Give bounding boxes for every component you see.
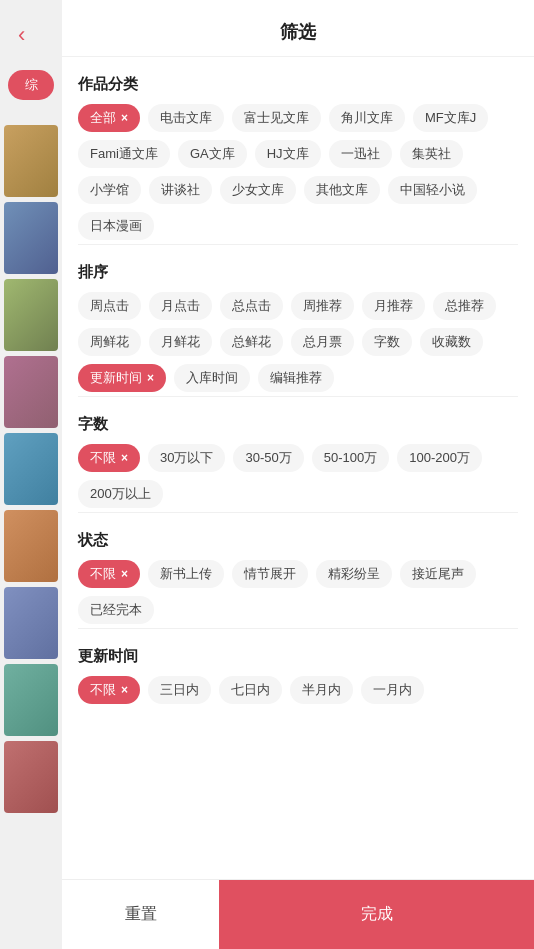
filter-body: 作品分类 全部 × 电击文库 富士见文库 角川文库 MF文库J Fami通文库 … [62,57,534,949]
tag-seven-days[interactable]: 七日内 [219,676,282,704]
tag-wc-unlimited[interactable]: 不限 × [78,444,140,472]
close-icon[interactable]: × [121,111,128,125]
tag-half-month[interactable]: 半月内 [290,676,353,704]
tag-week-recommend[interactable]: 周推荐 [291,292,354,320]
tag-month-flower[interactable]: 月鲜花 [149,328,212,356]
tag-jiangtan[interactable]: 讲谈社 [149,176,212,204]
section-word-count: 字数 不限 × 30万以下 30-50万 50-100万 100-200万 20… [78,415,518,508]
tag-fami[interactable]: Fami通文库 [78,140,170,168]
tag-one-month[interactable]: 一月内 [361,676,424,704]
tag-manga[interactable]: 日本漫画 [78,212,154,240]
sort-tags: 周点击 月点击 总点击 周推荐 月推荐 总推荐 周鲜花 月鲜花 总鲜花 总月票 … [78,292,518,392]
section-sort: 排序 周点击 月点击 总点击 周推荐 月推荐 总推荐 周鲜花 月鲜花 总鲜花 总… [78,263,518,392]
back-button[interactable]: ‹ [18,22,25,48]
tag-three-days[interactable]: 三日内 [148,676,211,704]
footer: 重置 完成 [62,879,534,949]
tag-hj[interactable]: HJ文库 [255,140,321,168]
tag-word-count[interactable]: 字数 [362,328,412,356]
section-word-count-title: 字数 [78,415,518,434]
sidebar-peek: ‹ 综 [0,0,62,949]
tag-month-recommend[interactable]: 月推荐 [362,292,425,320]
tag-new-upload[interactable]: 新书上传 [148,560,224,588]
tag-update-time[interactable]: 更新时间 × [78,364,166,392]
close-icon[interactable]: × [121,683,128,697]
tag-time-unlimited[interactable]: 不限 × [78,676,140,704]
divider-3 [78,512,518,513]
update-time-tags: 不限 × 三日内 七日内 半月内 一月内 [78,676,518,704]
tag-month-click[interactable]: 月点击 [149,292,212,320]
section-sort-title: 排序 [78,263,518,282]
tag-status-unlimited[interactable]: 不限 × [78,560,140,588]
tag-week-click[interactable]: 周点击 [78,292,141,320]
tag-jiyingsha[interactable]: 集英社 [400,140,463,168]
tag-qita[interactable]: 其他文库 [304,176,380,204]
tag-week-flower[interactable]: 周鲜花 [78,328,141,356]
section-category-title: 作品分类 [78,75,518,94]
tag-wc-30-50[interactable]: 30-50万 [233,444,303,472]
close-icon[interactable]: × [121,567,128,581]
tag-xiaoxueguan[interactable]: 小学馆 [78,176,141,204]
close-icon[interactable]: × [121,451,128,465]
tag-editor-recommend[interactable]: 编辑推荐 [258,364,334,392]
section-update-time: 更新时间 不限 × 三日内 七日内 半月内 一月内 [78,647,518,704]
tag-completed[interactable]: 已经完本 [78,596,154,624]
tag-wc-100-200[interactable]: 100-200万 [397,444,482,472]
tag-fujimi[interactable]: 富士见文库 [232,104,321,132]
tag-kadokawa[interactable]: 角川文库 [329,104,405,132]
tag-near-end[interactable]: 接近尾声 [400,560,476,588]
divider-2 [78,396,518,397]
tag-storage-time[interactable]: 入库时间 [174,364,250,392]
tag-mf[interactable]: MF文库J [413,104,488,132]
tag-dianji[interactable]: 电击文库 [148,104,224,132]
status-tags: 不限 × 新书上传 情节展开 精彩纷呈 接近尾声 已经完本 [78,560,518,624]
confirm-button[interactable]: 完成 [219,880,534,949]
close-icon[interactable]: × [147,371,154,385]
tag-ga[interactable]: GA文库 [178,140,247,168]
tag-yixun[interactable]: 一迅社 [329,140,392,168]
tag-all[interactable]: 全部 × [78,104,140,132]
section-status: 状态 不限 × 新书上传 情节展开 精彩纷呈 接近尾声 已经完本 [78,531,518,624]
tag-exciting[interactable]: 精彩纷呈 [316,560,392,588]
reset-button[interactable]: 重置 [62,880,219,949]
category-tags: 全部 × 电击文库 富士见文库 角川文库 MF文库J Fami通文库 GA文库 … [78,104,518,240]
tag-shaonu[interactable]: 少女文库 [220,176,296,204]
section-update-time-title: 更新时间 [78,647,518,666]
tag-plot-expand[interactable]: 情节展开 [232,560,308,588]
tag-total-recommend[interactable]: 总推荐 [433,292,496,320]
tag-total-flower[interactable]: 总鲜花 [220,328,283,356]
tag-wc-200plus[interactable]: 200万以上 [78,480,163,508]
tag-wc-50-100[interactable]: 50-100万 [312,444,389,472]
tag-total-click[interactable]: 总点击 [220,292,283,320]
tag-total-ticket[interactable]: 总月票 [291,328,354,356]
sidebar-tab[interactable]: 综 [8,70,54,100]
tag-favorites[interactable]: 收藏数 [420,328,483,356]
tag-chinese[interactable]: 中国轻小说 [388,176,477,204]
filter-panel: 筛选 作品分类 全部 × 电击文库 富士见文库 角川文库 MF文库J Fami通… [62,0,534,949]
section-category: 作品分类 全部 × 电击文库 富士见文库 角川文库 MF文库J Fami通文库 … [78,75,518,240]
panel-title: 筛选 [62,0,534,57]
divider-4 [78,628,518,629]
book-covers [0,120,62,818]
tag-wc-30w[interactable]: 30万以下 [148,444,225,472]
divider-1 [78,244,518,245]
word-count-tags: 不限 × 30万以下 30-50万 50-100万 100-200万 200万以… [78,444,518,508]
section-status-title: 状态 [78,531,518,550]
